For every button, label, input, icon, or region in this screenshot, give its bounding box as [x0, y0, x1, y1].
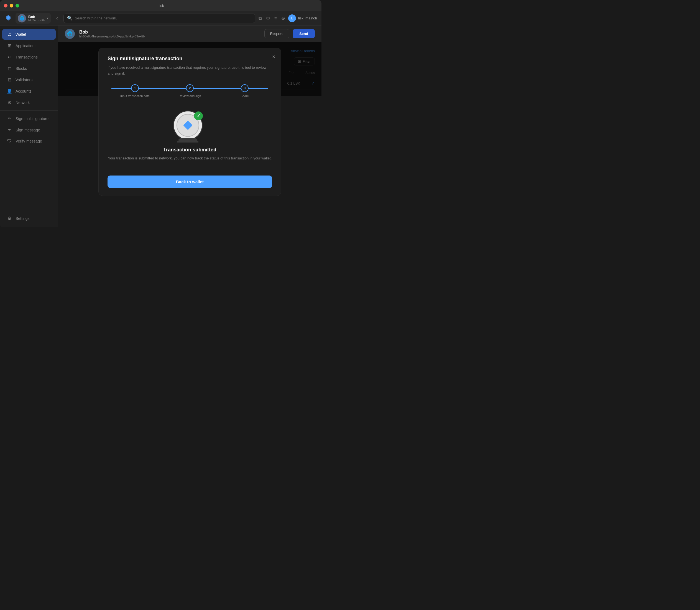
copy-icon[interactable]: ⧉: [259, 16, 262, 21]
chevron-down-icon: ▾: [47, 16, 49, 20]
step-indicator: 1 Input transaction data 2 Review and si…: [107, 84, 272, 98]
modal-overlay: × Sign multisignature transaction If you…: [58, 42, 321, 96]
sidebar-item-label: Validators: [16, 78, 32, 82]
sidebar-item-label: Sign message: [16, 128, 40, 132]
back-to-wallet-button[interactable]: Back to wallet: [107, 176, 272, 188]
app-layout: 🗂 Wallet ⊞ Applications ↩ Transactions ◻…: [0, 26, 321, 227]
step-1-label: Input transaction data: [120, 94, 150, 98]
topnav-actions: ⧉ ⚙ ≡ ⊛: [259, 16, 285, 21]
request-button[interactable]: Request: [264, 29, 289, 38]
applications-icon: ⊞: [7, 43, 12, 48]
user-label: lisk_mainch: [298, 16, 317, 20]
sidebar-item-label: Blocks: [16, 66, 27, 71]
main-avatar: 🌐: [65, 29, 75, 39]
lisk-logo[interactable]: [4, 14, 12, 23]
coin-graphic: ✓: [172, 107, 208, 143]
sidebar: 🗂 Wallet ⊞ Applications ↩ Transactions ◻…: [0, 26, 58, 227]
search-icon: 🔍: [67, 16, 72, 21]
sidebar-item-label: Transactions: [16, 55, 38, 59]
sidebar-item-label: Settings: [16, 216, 30, 221]
close-dot[interactable]: [4, 4, 7, 7]
sign-multisig-icon: ✏: [7, 116, 12, 121]
modal-close-button[interactable]: ×: [272, 53, 276, 60]
maximize-dot[interactable]: [16, 4, 19, 7]
topnav-user[interactable]: L lisk_mainch: [288, 14, 317, 22]
account-name: Bob: [28, 15, 45, 19]
modal-title: Sign multisignature transaction: [107, 56, 272, 62]
step-1: 1 Input transaction data: [107, 84, 162, 98]
sidebar-item-sign-message[interactable]: ✒ Sign message: [2, 125, 56, 135]
network-icon: ⊛: [7, 100, 12, 105]
tx-submitted-desc: Your transaction is submitted to network…: [108, 156, 272, 161]
sidebar-item-label: Applications: [16, 44, 37, 48]
account-addr: lsk55e...oxftb: [28, 19, 45, 22]
sidebar-item-label: Verify message: [16, 139, 42, 143]
main-content: View all tokens ⊞ Filter Fee Status 0.1 …: [58, 42, 321, 96]
step-2: 2 Review and sign: [162, 84, 217, 98]
svg-rect-4: [179, 139, 197, 141]
settings-icon[interactable]: ⚙: [266, 16, 270, 21]
modal-description: If you have received a multisignature tr…: [107, 65, 272, 77]
sidebar-item-label: Accounts: [16, 89, 32, 94]
tx-submitted-title: Transaction submitted: [163, 147, 216, 153]
sidebar-item-label: Wallet: [16, 32, 26, 37]
tx-illustration: ✓ Transaction submitted Your transaction…: [107, 107, 272, 169]
sidebar-item-wallet[interactable]: 🗂 Wallet: [2, 29, 56, 39]
step-2-circle: 2: [186, 84, 194, 92]
sidebar-item-applications[interactable]: ⊞ Applications: [2, 40, 56, 51]
sidebar-spacer: [0, 147, 58, 213]
step-1-circle: 1: [131, 84, 139, 92]
send-button[interactable]: Send: [293, 29, 315, 38]
main-account-addr: lsk55e8u4heymzmxgcrg4dc5xpgd5ckkyv53oxft…: [79, 35, 260, 38]
sidebar-divider: [0, 110, 58, 111]
wallet-icon: 🗂: [7, 32, 12, 37]
topbar-actions: Request Send: [264, 29, 315, 38]
sidebar-item-settings[interactable]: ⚙ Settings: [2, 213, 56, 224]
app-title: Lisk: [157, 4, 164, 8]
network-icon[interactable]: ⊛: [281, 16, 285, 21]
search-input[interactable]: [75, 16, 252, 20]
user-avatar: L: [288, 14, 296, 22]
sidebar-item-network[interactable]: ⊛ Network: [2, 97, 56, 108]
sign-message-icon: ✒: [7, 127, 12, 132]
sidebar-item-verify-message[interactable]: 🛡 Verify message: [2, 136, 56, 146]
settings-icon: ⚙: [7, 216, 12, 221]
sidebar-item-sign-multisig[interactable]: ✏ Sign multisignature: [2, 113, 56, 124]
minimize-dot[interactable]: [10, 4, 13, 7]
titlebar: Lisk: [0, 0, 321, 11]
avatar: 🌐: [18, 14, 26, 22]
step-3: 3 Share: [217, 84, 272, 98]
sidebar-item-label: Network: [16, 100, 30, 105]
main-account-name: Bob: [79, 30, 260, 35]
sidebar-item-transactions[interactable]: ↩ Transactions: [2, 52, 56, 62]
step-2-label: Review and sign: [179, 94, 201, 98]
back-button[interactable]: ‹: [54, 14, 60, 22]
sidebar-item-validators[interactable]: ⊟ Validators: [2, 74, 56, 85]
main-topbar: 🌐 Bob lsk55e8u4heymzmxgcrg4dc5xpgd5ckkyv…: [58, 26, 321, 42]
account-selector[interactable]: 🌐 Bob lsk55e...oxftb ▾: [16, 13, 51, 23]
main-account-info: Bob lsk55e8u4heymzmxgcrg4dc5xpgd5ckkyv53…: [79, 30, 260, 38]
svg-text:✓: ✓: [197, 113, 200, 118]
list-icon[interactable]: ≡: [274, 16, 277, 21]
window-controls: [4, 4, 19, 7]
svg-rect-3: [177, 141, 198, 143]
coin-svg: ✓: [172, 107, 208, 143]
main-area: 🌐 Bob lsk55e8u4heymzmxgcrg4dc5xpgd5ckkyv…: [58, 26, 321, 227]
search-bar: 🔍: [64, 14, 255, 23]
svg-rect-5: [180, 138, 196, 139]
sidebar-item-label: Sign multisignature: [16, 116, 49, 121]
step-3-label: Share: [240, 94, 249, 98]
sidebar-item-blocks[interactable]: ◻ Blocks: [2, 63, 56, 74]
transactions-icon: ↩: [7, 54, 12, 60]
blocks-icon: ◻: [7, 66, 12, 71]
validators-icon: ⊟: [7, 77, 12, 82]
topnav: 🌐 Bob lsk55e...oxftb ▾ ‹ 🔍 ⧉ ⚙ ≡ ⊛ L lis…: [0, 11, 321, 26]
verify-message-icon: 🛡: [7, 139, 12, 144]
step-3-circle: 3: [241, 84, 249, 92]
sign-multisig-modal: × Sign multisignature transaction If you…: [98, 48, 281, 196]
accounts-icon: 👤: [7, 89, 12, 94]
sidebar-item-accounts[interactable]: 👤 Accounts: [2, 86, 56, 96]
